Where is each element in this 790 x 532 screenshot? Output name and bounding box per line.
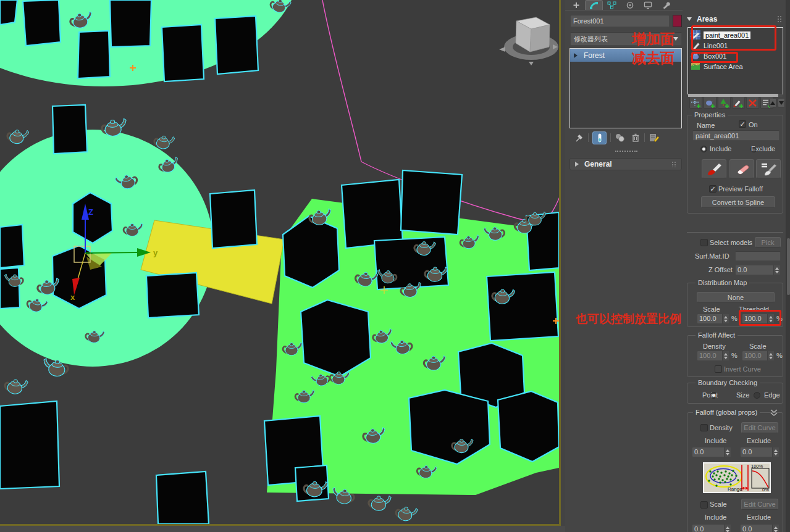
add-forest-area-button[interactable] <box>718 98 731 109</box>
fg-density-include-label: Include <box>705 437 726 444</box>
fg-scale-exclude-spinner[interactable]: 0.0 <box>740 524 779 532</box>
list-item-box[interactable]: Box001 <box>688 51 783 61</box>
object-name-value: Forest001 <box>573 17 604 25</box>
add-transform-area-button[interactable] <box>689 98 702 109</box>
delete-area-button[interactable] <box>746 98 759 109</box>
spinner-arrows-icon[interactable] <box>722 351 729 360</box>
panel-resize-handle[interactable] <box>615 151 637 152</box>
eraser-button[interactable] <box>729 159 754 178</box>
paint-brush-button[interactable] <box>702 159 726 178</box>
move-down-button[interactable] <box>778 99 785 107</box>
tab-modify[interactable] <box>585 0 603 10</box>
double-chevron-down-icon[interactable] <box>770 409 778 417</box>
dm-scale-percent: % <box>731 315 737 322</box>
fg-scale-checkbox[interactable] <box>700 501 708 509</box>
eraser-icon <box>733 162 750 176</box>
select-models-checkbox[interactable] <box>700 239 708 246</box>
tab-display[interactable] <box>639 0 657 10</box>
spinner-arrows-icon[interactable] <box>773 265 780 275</box>
spinner-arrows-icon[interactable] <box>722 314 729 323</box>
include-radio[interactable] <box>700 146 707 152</box>
list-item-paint-area[interactable]: paint_area001 <box>688 30 783 40</box>
fg-density-include-spinner[interactable]: 0.0 <box>692 447 731 457</box>
annotation-subtract-face: 减去面 <box>632 49 674 68</box>
area-name-value: paint_area001 <box>695 132 739 139</box>
display-icon <box>644 1 652 9</box>
tab-create[interactable] <box>567 0 585 10</box>
viewcube[interactable] <box>499 17 558 65</box>
pick-button[interactable]: Pick <box>755 237 781 247</box>
spinner-arrows-icon[interactable] <box>724 525 731 532</box>
z-offset-spinner[interactable]: 0.0 <box>735 265 781 275</box>
tab-motion[interactable] <box>621 0 639 10</box>
pin-stack-icon[interactable] <box>574 133 584 143</box>
exclude-label: Exclude <box>751 145 775 152</box>
dm-scale-label: Scale <box>703 305 720 313</box>
areas-toolbar <box>689 98 773 109</box>
fg-density-checkbox[interactable] <box>700 424 708 431</box>
rollout-areas[interactable]: Areas <box>687 14 783 25</box>
fg-density-edit-curve-button[interactable]: Edit Curve <box>741 422 778 433</box>
object-color-swatch[interactable] <box>673 15 682 27</box>
spinner-arrows-icon[interactable] <box>772 525 779 532</box>
show-end-result-button[interactable] <box>592 131 607 144</box>
configure-modifier-sets-icon[interactable] <box>649 133 659 143</box>
spinner-arrows-icon[interactable] <box>772 447 779 457</box>
edit-curve-label: Edit Curve <box>744 501 775 508</box>
divider <box>644 133 645 142</box>
delete-area-icon <box>747 98 758 108</box>
preview-falloff-checkbox[interactable] <box>709 185 716 193</box>
make-unique-icon[interactable] <box>615 133 626 143</box>
tab-utilities[interactable] <box>657 0 674 10</box>
rollout-general[interactable]: General <box>569 158 682 170</box>
dm-threshold-spinner[interactable]: 100.0 <box>742 314 775 324</box>
paint-all-icon <box>760 162 777 177</box>
dm-scale-spinner[interactable]: 100.0 <box>697 314 729 324</box>
object-name-field[interactable]: Forest001 <box>570 15 670 27</box>
list-item-label: Line001 <box>704 42 728 49</box>
fa-scale-spinner[interactable]: 100.0 <box>742 351 775 361</box>
rollout-areas-label: Areas <box>697 15 717 23</box>
spinner-arrows-icon[interactable] <box>724 447 731 457</box>
on-checkbox[interactable] <box>739 120 746 128</box>
fg-scale-include-value: 0.0 <box>692 525 724 532</box>
convert-to-spline-button[interactable]: Convert to Spline <box>701 196 775 208</box>
distribution-none-button[interactable]: None <box>697 292 775 302</box>
fg-scale-edit-curve-button[interactable]: Edit Curve <box>741 499 778 510</box>
panel-scrollbar[interactable] <box>786 0 790 532</box>
list-scrollbar[interactable] <box>688 94 783 97</box>
paint-grid-icon <box>691 30 700 39</box>
add-paint-area-button[interactable] <box>732 98 745 109</box>
list-scrollbar-thumb[interactable] <box>688 94 778 97</box>
fg-density-exclude-value: 0.0 <box>741 447 772 457</box>
fg-density-include-value: 0.0 <box>692 447 724 457</box>
falloff-max-label: 100% <box>751 463 763 469</box>
surf-mat-id-field[interactable] <box>735 251 781 261</box>
fa-density-spinner[interactable]: 100.0 <box>697 351 729 361</box>
dm-threshold-label: Threshold <box>739 305 769 313</box>
invert-curve-checkbox[interactable] <box>715 365 722 373</box>
add-object-area-button[interactable] <box>704 98 716 109</box>
spinner-arrows-icon[interactable] <box>767 351 774 360</box>
fg-scale-include-spinner[interactable]: 0.0 <box>692 524 731 532</box>
list-item-line[interactable]: Line001 <box>688 40 783 51</box>
remove-modifier-icon[interactable] <box>631 133 641 143</box>
viewport-scene: Z y x <box>0 0 559 524</box>
annotation-add-face: 增加面 <box>632 30 674 49</box>
areas-list[interactable]: paint_area001 Line001 Box001 Surface Are… <box>687 27 783 94</box>
hierarchy-icon <box>607 1 616 9</box>
paint-all-button[interactable] <box>756 159 781 178</box>
fg-density-exclude-label: Exclude <box>747 437 771 444</box>
spinner-arrows-icon[interactable] <box>767 314 774 323</box>
fg-density-exclude-spinner[interactable]: 0.0 <box>740 447 779 457</box>
viewport[interactable]: Z y x <box>0 0 561 526</box>
move-up-button[interactable] <box>769 99 776 107</box>
list-item-surface[interactable]: Surface Area <box>688 61 783 72</box>
create-icon <box>572 1 581 9</box>
expand-icon[interactable] <box>574 53 578 58</box>
area-name-field[interactable]: paint_area001 <box>692 130 779 141</box>
on-label: On <box>749 121 758 128</box>
panel-scrollbar-thumb[interactable] <box>787 238 790 295</box>
list-item-label: Box001 <box>704 52 726 60</box>
tab-hierarchy[interactable] <box>603 0 621 10</box>
